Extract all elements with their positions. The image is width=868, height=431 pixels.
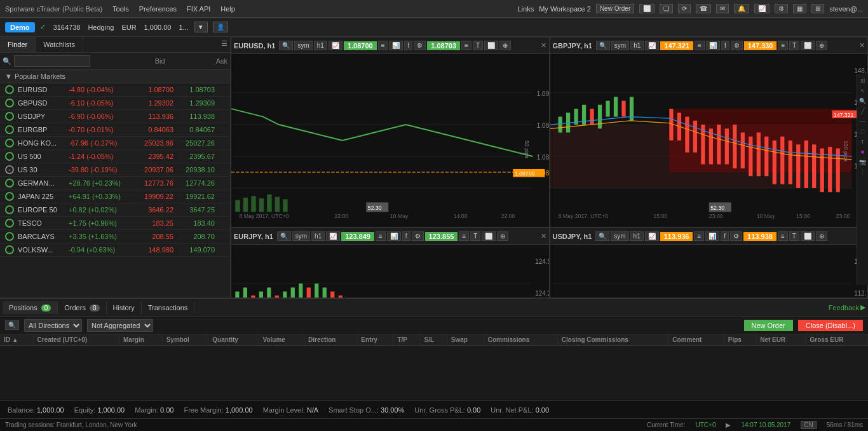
search-input[interactable] [14, 55, 90, 67]
chart-eurjpy-more[interactable]: ⚙ [412, 231, 424, 241]
chart-gbpjpy-t3[interactable]: ⊕ [816, 41, 827, 50]
chart-usdjpy-indicators[interactable]: 📊 [705, 231, 719, 241]
chart-gbpjpy-h1[interactable]: h1 [630, 41, 644, 50]
chart-gbpjpy-settings2[interactable]: ≡ [778, 41, 788, 50]
chart-eurusd-h1[interactable]: h1 [314, 41, 327, 50]
icon-btn-3[interactable]: ⟳ [678, 4, 691, 13]
pos-close-btn[interactable]: Close (Disabl...) [798, 320, 863, 331]
col-margin[interactable]: Margin [119, 334, 163, 346]
toolbar-color-icon[interactable]: ■ [860, 147, 865, 156]
market-row-us[interactable]: US 500-1.24 (-0.05%)2395.422395.67 [0, 150, 230, 163]
chart-gbpjpy-line[interactable]: 📈 [645, 41, 659, 50]
chart-gbpjpy-obj[interactable]: f [721, 41, 729, 50]
popular-markets-header[interactable]: ▼ Popular Markets [0, 70, 230, 83]
chart-eurusd-indicators[interactable]: 📊 [389, 41, 403, 50]
col-gross-eur[interactable]: Gross EUR [806, 334, 867, 346]
chart-usdjpy-settings2[interactable]: ≡ [778, 231, 788, 241]
tab-history[interactable]: History [107, 301, 142, 314]
feedback-btn[interactable]: Feedback ▶ [829, 303, 865, 311]
market-row-eurgbp[interactable]: EURGBP-0.70 (-0.01%)0.840630.84067 [0, 123, 230, 137]
toolbar-text-icon[interactable]: T [860, 137, 866, 146]
direction-select[interactable]: All Directions [24, 319, 82, 332]
col-sl[interactable]: S/L [420, 334, 447, 346]
toolbar-cursor-icon[interactable]: ↖ [859, 86, 867, 95]
menu-tools[interactable]: Tools [112, 5, 129, 13]
chart-eurusd-search[interactable]: 🔍 [279, 41, 293, 50]
chart-eurjpy-t3[interactable]: ⊕ [497, 231, 508, 241]
chart-eurusd-settings2[interactable]: ≡ [461, 41, 471, 50]
aggregation-select[interactable]: Not Aggregated [87, 319, 153, 332]
market-row-barclays[interactable]: BARCLAYS+3.35 (+1.63%)208.55208.70 [0, 230, 230, 243]
links-btn[interactable]: Links [517, 5, 534, 13]
chart-gbpjpy-t2[interactable]: ⬜ [801, 41, 815, 50]
chart-usdjpy-more[interactable]: ⚙ [730, 231, 742, 241]
icon-btn-4[interactable]: ☎ [696, 4, 711, 13]
chart-gbpjpy-search[interactable]: 🔍 [596, 41, 610, 50]
chart-usdjpy-search[interactable]: 🔍 [595, 231, 609, 241]
toolbar-camera-icon[interactable]: 📷 [858, 158, 867, 167]
tab-transactions[interactable]: Transactions [142, 301, 195, 314]
market-row-us[interactable]: ×US 30-39.80 (-0.19%)20937.0620938.10 [0, 163, 230, 177]
market-row-volksw[interactable]: VOLKSW...-0.94 (+0.63%)148.980149.070 [0, 243, 230, 257]
chart-eurjpy-settings[interactable]: ≡ [376, 231, 386, 241]
toolbar-line-icon[interactable]: ╱ [860, 107, 865, 116]
menu-preferences[interactable]: Preferences [139, 5, 177, 13]
menu-fixapi[interactable]: FIX API [187, 5, 210, 13]
chart-gbpjpy-close[interactable]: ✕ [859, 41, 865, 50]
chart-usdjpy-line[interactable]: 📈 [645, 231, 659, 241]
chart-gbpjpy-sym[interactable]: sym [611, 41, 629, 50]
chart-eurusd-t1[interactable]: T [473, 41, 483, 50]
chart-eurjpy-sym[interactable]: sym [292, 231, 310, 241]
chart-eurusd-obj[interactable]: f [404, 41, 412, 50]
chart-eurusd-sym[interactable]: sym [294, 41, 312, 50]
tab-orders[interactable]: Orders 0 [58, 301, 106, 314]
chart-eurusd-close[interactable]: ✕ [541, 41, 546, 50]
col-created[interactable]: Created (UTC+0) [33, 334, 119, 346]
icon-btn-1[interactable]: ⬜ [639, 4, 654, 13]
market-row-eurusd[interactable]: EURUSD-4.80 (-0.04%)1.087001.08703 [0, 83, 230, 97]
icon-btn-5[interactable]: ✉ [716, 4, 729, 13]
chart-usdjpy-t1[interactable]: T [789, 231, 799, 241]
col-symbol[interactable]: Symbol [162, 334, 208, 346]
chart-eurjpy-h1[interactable]: h1 [311, 231, 325, 241]
chart-gbpjpy-indicators[interactable]: 📊 [706, 41, 720, 50]
tab-finder[interactable]: Finder [0, 37, 36, 52]
chart-gbpjpy-settings[interactable]: ≡ [695, 41, 705, 50]
toolbar-rect-icon[interactable]: □ [860, 127, 865, 136]
market-row-hongko[interactable]: HONG KO...-67.96 (-0.27%)25023.8625027.2… [0, 137, 230, 150]
menu-help[interactable]: Help [220, 5, 235, 13]
chart-eurjpy-t1[interactable]: T [470, 231, 480, 241]
chart-eurusd-line[interactable]: 📈 [329, 41, 342, 50]
col-pips[interactable]: Pips [724, 334, 756, 346]
chart-eurusd-settings[interactable]: ≡ [378, 41, 388, 50]
col-entry[interactable]: Entry [357, 334, 393, 346]
chart-eurjpy-t2[interactable]: ⬜ [482, 231, 496, 241]
col-direction[interactable]: Direction [304, 334, 357, 346]
chart-gbpjpy-more[interactable]: ⚙ [731, 41, 743, 50]
col-tp[interactable]: T/P [393, 334, 420, 346]
market-row-europe[interactable]: EUROPE 50+0.82 (+0.02%)3646.223647.25 [0, 203, 230, 217]
chart-eurjpy-settings2[interactable]: ≡ [459, 231, 469, 241]
account-avatar[interactable]: 👤 [213, 22, 228, 32]
market-row-tesco[interactable]: TESCO+1.75 (+0.96%)183.25183.40 [0, 217, 230, 230]
icon-btn-10[interactable]: ⊞ [811, 4, 824, 13]
chart-usdjpy-t2[interactable]: ⬜ [801, 231, 815, 241]
toolbar-zoom-icon[interactable]: 🔍 [858, 97, 867, 106]
toolbar-hline-icon[interactable]: — [858, 117, 867, 126]
col-id[interactable]: ID ▲ [0, 334, 33, 346]
col-comment[interactable]: Comment [668, 334, 724, 346]
chart-eurjpy-line[interactable]: 📈 [326, 231, 340, 241]
market-row-japan[interactable]: JAPAN 225+64.91 (+0.33%)19909.2219921.62 [0, 190, 230, 203]
chart-eurjpy-close[interactable]: ✕ [541, 232, 546, 240]
toolbar-more-icon[interactable]: ⋮ [858, 168, 867, 177]
chart-usdjpy-settings[interactable]: ≡ [694, 231, 704, 241]
market-row-gbpusd[interactable]: GBPUSD-6.10 (-0.05%)1.293021.29309 [0, 97, 230, 110]
tab-positions[interactable]: Positions 0 [3, 301, 58, 314]
col-quantity[interactable]: Quantity [208, 334, 259, 346]
icon-btn-2[interactable]: ❏ [660, 4, 673, 13]
chart-usdjpy-sym[interactable]: sym [611, 231, 628, 241]
account-dropdown[interactable]: ▼ [194, 22, 208, 32]
chart-usdjpy-obj[interactable]: f [721, 231, 729, 241]
pos-new-order-btn[interactable]: New Order [744, 320, 793, 331]
chart-eurjpy-indicators[interactable]: 📊 [387, 231, 401, 241]
